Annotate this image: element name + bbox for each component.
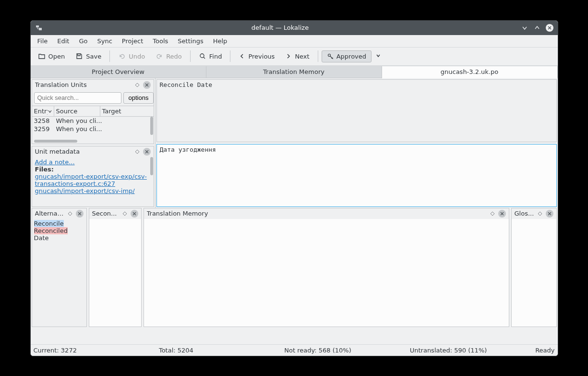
approved-toggle[interactable]: Approved xyxy=(322,50,372,62)
next-label: Next xyxy=(295,53,309,60)
tab-project-overview[interactable]: Project Overview xyxy=(31,66,206,78)
chevron-left-icon xyxy=(239,53,245,60)
status-untranslated: Untranslated: 590 (11%) xyxy=(410,347,535,354)
left-column: Translation Units options xyxy=(31,78,156,208)
menu-sync[interactable]: Sync xyxy=(92,36,117,46)
menu-settings[interactable]: Settings xyxy=(173,36,208,46)
file-link[interactable]: gnucash/import-export/csv-imp/ xyxy=(35,187,135,194)
diff-inserted: Reconcile xyxy=(34,220,64,227)
undo-button[interactable]: Undo xyxy=(113,50,150,62)
cell-source: When you cli... xyxy=(54,125,126,133)
glossary-panel: Glos... xyxy=(511,208,557,327)
file-link[interactable]: gnucash/import-export/csv-exp/csv-transa… xyxy=(35,173,147,187)
panel-header: Secon... xyxy=(89,208,141,219)
search-row: options xyxy=(32,90,154,106)
next-button[interactable]: Next xyxy=(280,51,314,62)
upper-area: Translation Units options xyxy=(31,78,558,208)
save-icon xyxy=(75,52,83,60)
menu-tools[interactable]: Tools xyxy=(148,36,173,46)
panel-title: Alternat... xyxy=(35,210,64,217)
close-panel-icon[interactable] xyxy=(143,148,151,156)
sort-icon xyxy=(48,108,52,115)
tm-body xyxy=(144,219,509,327)
previous-button[interactable]: Previous xyxy=(234,51,279,62)
detach-icon[interactable] xyxy=(489,210,496,218)
source-text-view: Reconcile Date xyxy=(156,79,557,142)
secondary-body xyxy=(89,219,141,327)
chevron-down-icon xyxy=(375,53,381,60)
status-current: Current: 3272 xyxy=(34,347,159,354)
document-tabs: Project Overview Translation Memory gnuc… xyxy=(31,66,558,78)
col-source[interactable]: Source xyxy=(54,106,100,116)
translation-memory-panel: Translation Memory xyxy=(144,208,509,327)
close-panel-icon[interactable] xyxy=(143,81,151,89)
menu-file[interactable]: File xyxy=(33,36,53,46)
chevron-right-icon xyxy=(285,53,292,60)
diff-tail: Date xyxy=(34,234,49,242)
save-button[interactable]: Save xyxy=(71,50,106,62)
close-panel-icon[interactable] xyxy=(546,210,553,218)
col-entry[interactable]: Entry xyxy=(32,106,54,116)
detach-icon[interactable] xyxy=(133,148,141,156)
toolbar-sep xyxy=(230,50,230,62)
glossary-body xyxy=(512,219,556,327)
svg-rect-1 xyxy=(39,28,42,30)
table-row[interactable]: 3258 When you cli... xyxy=(32,117,154,125)
menu-go[interactable]: Go xyxy=(74,36,92,46)
maximize-button[interactable] xyxy=(532,23,542,33)
options-button[interactable]: options xyxy=(123,92,154,104)
undo-label: Undo xyxy=(129,53,145,60)
save-label: Save xyxy=(86,53,101,60)
cell-source: When you cli... xyxy=(54,117,126,125)
horizontal-scrollbar[interactable] xyxy=(34,140,77,143)
panel-title: Secon... xyxy=(92,210,119,217)
alternate-body: Reconcile Reconciled Date xyxy=(32,219,86,327)
tab-file[interactable]: gnucash-3.2.uk.po xyxy=(382,66,558,78)
cell-entry: 3258 xyxy=(32,117,54,125)
panel-header: Translation Units xyxy=(32,80,154,90)
editor-column: Reconcile Date Дата узгодження xyxy=(156,78,558,208)
detach-icon[interactable] xyxy=(133,81,141,89)
panel-header: Translation Memory xyxy=(144,208,509,219)
vertical-scrollbar[interactable] xyxy=(150,117,153,135)
find-button[interactable]: Find xyxy=(194,50,227,62)
toolbar-sep xyxy=(318,50,318,62)
approved-label: Approved xyxy=(336,53,366,60)
panel-title: Unit metadata xyxy=(35,148,132,155)
target-text-input[interactable]: Дата узгодження xyxy=(156,144,557,207)
status-not-ready: Not ready: 568 (10%) xyxy=(284,347,409,354)
tab-translation-memory[interactable]: Translation Memory xyxy=(206,66,382,78)
statusbar: Current: 3272 Total: 5204 Not ready: 568… xyxy=(31,344,558,356)
app-icon xyxy=(35,24,43,32)
undo-icon xyxy=(118,52,126,60)
close-panel-icon[interactable] xyxy=(498,210,506,218)
close-panel-icon[interactable] xyxy=(76,210,84,218)
quick-search-input[interactable] xyxy=(34,92,121,104)
key-icon xyxy=(327,53,334,60)
files-label: Files: xyxy=(35,166,54,173)
menu-help[interactable]: Help xyxy=(208,36,232,46)
detach-icon[interactable] xyxy=(66,210,74,218)
table-row[interactable]: 3259 When you cli... xyxy=(32,125,154,133)
detach-icon[interactable] xyxy=(121,210,129,218)
col-target[interactable]: Target xyxy=(100,106,154,116)
redo-label: Redo xyxy=(166,53,182,60)
approved-dropdown[interactable] xyxy=(372,51,384,62)
close-button[interactable] xyxy=(544,23,555,33)
redo-icon xyxy=(156,52,163,60)
close-panel-icon[interactable] xyxy=(131,210,138,218)
toolbar-sep xyxy=(190,50,191,62)
find-label: Find xyxy=(209,53,222,60)
diff-deleted: Reconciled xyxy=(34,227,68,234)
add-note-link[interactable]: Add a note... xyxy=(35,158,75,166)
redo-button[interactable]: Redo xyxy=(151,50,187,62)
menu-edit[interactable]: Edit xyxy=(52,36,74,46)
translation-units-panel: Translation Units options xyxy=(32,79,154,144)
minimize-button[interactable] xyxy=(519,23,530,33)
vertical-scrollbar[interactable] xyxy=(150,157,153,175)
menu-project[interactable]: Project xyxy=(117,36,148,46)
open-button[interactable]: Open xyxy=(33,50,70,62)
detach-icon[interactable] xyxy=(536,210,544,218)
panel-title: Glos... xyxy=(515,210,534,217)
status-total: Total: 5204 xyxy=(159,347,284,354)
